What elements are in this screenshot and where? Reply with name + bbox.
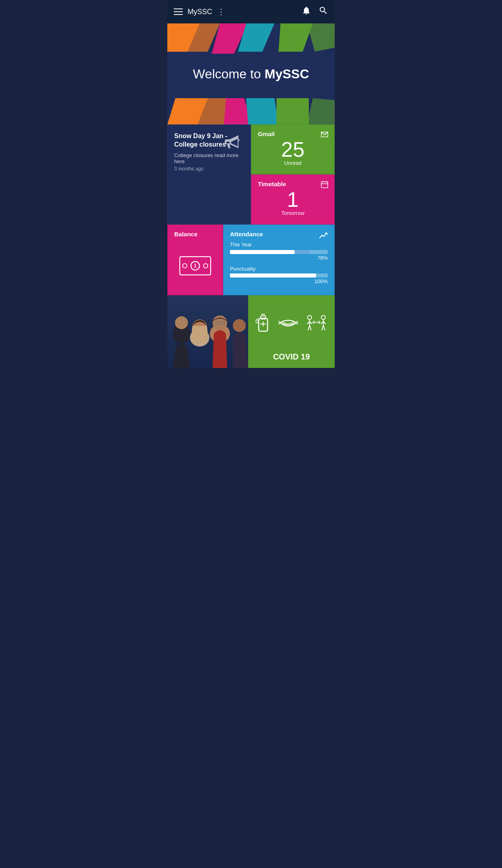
banknote-icon: 1 [179, 256, 211, 276]
nav-right [302, 6, 328, 18]
punctuality-percentage: 100% [230, 278, 328, 284]
svg-text:1: 1 [194, 263, 197, 269]
svg-line-40 [278, 323, 280, 324]
chart-icon [319, 231, 328, 242]
svg-line-42 [296, 323, 298, 324]
welcome-banner: Welcome to MySSC [167, 23, 335, 124]
svg-marker-10 [276, 98, 309, 124]
attendance-progress-bar [230, 250, 328, 254]
svg-marker-5 [307, 23, 335, 52]
balance-attendance-row: Balance 1 Attendance This Year [167, 225, 335, 295]
attendance-percentage: 78% [230, 255, 328, 261]
gmail-count: 25 [258, 139, 328, 160]
svg-rect-33 [167, 295, 248, 368]
punctuality-progress-bar [230, 273, 328, 277]
main-tile-grid: Snow Day 9 Jan - College closures Colleg… [167, 124, 335, 225]
social-distancing-icon [305, 313, 328, 336]
timetable-sub-label: Tomorrow [258, 210, 328, 216]
calendar-icon [321, 181, 329, 191]
gmail-unread-label: Unread [258, 160, 328, 166]
svg-line-48 [310, 326, 311, 330]
mail-icon [321, 130, 329, 141]
svg-line-54 [323, 326, 325, 330]
megaphone-icon [223, 131, 244, 156]
timetable-label: Timetable [258, 181, 328, 187]
punctuality-label: Punctuality [230, 266, 328, 272]
news-tile[interactable]: Snow Day 9 Jan - College closures Colleg… [167, 124, 251, 225]
svg-marker-4 [278, 23, 313, 52]
balance-icon-wrap: 1 [174, 242, 216, 289]
sanitizer-icon [255, 313, 272, 336]
svg-point-38 [256, 320, 258, 323]
attendance-label: Attendance [230, 231, 263, 237]
students-image [167, 295, 248, 368]
search-button[interactable] [318, 6, 328, 18]
mask-icon [278, 315, 298, 335]
punctuality-progress-row: 100% [230, 273, 328, 284]
svg-marker-11 [307, 98, 335, 124]
nav-left: MySSC ⋮ [174, 7, 226, 17]
balance-label: Balance [174, 231, 198, 237]
punctuality-fill [230, 273, 316, 277]
covid-label: COVID 19 [273, 352, 310, 361]
app-title: MySSC [188, 8, 212, 16]
attendance-tile[interactable]: Attendance This Year 78% Punctuality 100… [223, 225, 335, 295]
attendance-fill [230, 250, 295, 254]
svg-point-20 [203, 264, 208, 268]
svg-marker-9 [246, 98, 278, 124]
banner-prefix: Welcome to [193, 67, 264, 81]
balance-tile[interactable]: Balance 1 [167, 225, 223, 295]
svg-line-53 [322, 326, 323, 330]
bottom-grid: COVID 19 [167, 295, 335, 368]
svg-line-47 [308, 326, 310, 330]
top-navigation: MySSC ⋮ [167, 0, 335, 23]
more-options-button[interactable]: ⋮ [217, 7, 226, 17]
svg-point-43 [308, 315, 312, 319]
covid-tile[interactable]: COVID 19 [248, 295, 335, 368]
svg-point-49 [321, 315, 325, 319]
gmail-tile[interactable]: Gmail 25 Unread [251, 124, 335, 174]
attendance-this-year-label: This Year [230, 242, 328, 248]
covid-icons-row [255, 302, 328, 348]
banner-appname: MySSC [265, 67, 309, 81]
hamburger-menu-button[interactable] [174, 8, 183, 15]
gmail-label: Gmail [258, 130, 328, 137]
timetable-count: 1 [258, 189, 328, 210]
timetable-tile[interactable]: Timetable 1 Tomorrow [251, 174, 335, 225]
students-tile[interactable] [167, 295, 248, 368]
svg-point-19 [183, 264, 187, 268]
notifications-button[interactable] [302, 6, 311, 18]
attendance-remaining [295, 250, 309, 254]
svg-rect-12 [321, 182, 328, 188]
banner-welcome-text: Welcome to MySSC [193, 67, 309, 82]
news-timestamp: 3 months ago [174, 166, 244, 172]
attendance-progress-row: 78% [230, 250, 328, 261]
